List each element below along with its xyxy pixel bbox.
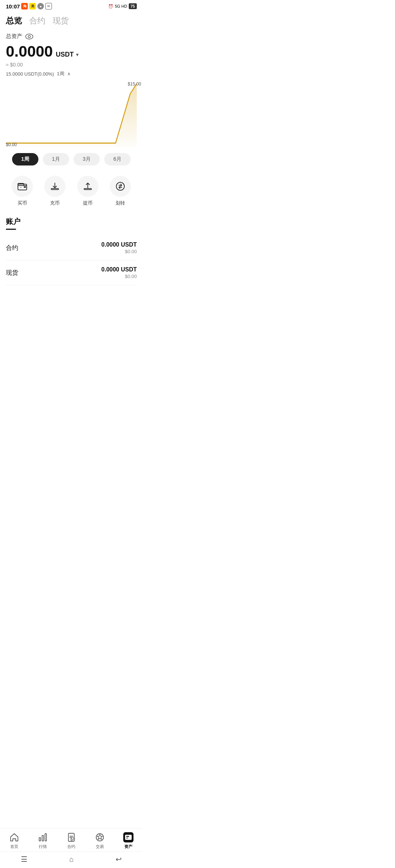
chart-high-label: $15.00 <box>128 81 141 87</box>
status-bar: 10:07 淘 美 ● ✉ ⏰ 5G HD 75 <box>0 0 143 11</box>
account-contract-usd: $0.00 <box>101 249 137 254</box>
total-assets-label: 总资产 <box>6 33 22 40</box>
battery-indicator: 75 <box>129 3 137 9</box>
chevron-up-icon[interactable]: ∧ <box>67 71 71 76</box>
action-buy[interactable]: 买币 <box>12 176 33 206</box>
action-buttons: 买币 充币 提币 <box>0 173 143 214</box>
account-title-underline <box>6 229 16 230</box>
clock-icon: ⏰ <box>108 4 113 9</box>
action-deposit[interactable]: 充币 <box>44 176 65 206</box>
period-change-value: 15.0000 USDT(0.00%) <box>6 71 54 77</box>
download-icon <box>44 176 65 197</box>
period-3month[interactable]: 3月 <box>74 153 100 165</box>
account-section: 账户 合约 0.0000 USDT $0.00 现货 0.0000 USDT $… <box>0 214 143 285</box>
period-6month[interactable]: 6月 <box>104 153 131 165</box>
svg-rect-7 <box>51 189 59 190</box>
period-change: 15.0000 USDT(0.00%) 1周 ∧ <box>6 71 137 77</box>
account-spot-right: 0.0000 USDT $0.00 <box>101 266 137 279</box>
upload-icon <box>77 176 98 197</box>
balance-unit: USDT ▼ <box>56 51 79 58</box>
portfolio-chart <box>6 81 137 147</box>
account-spot-usdt: 0.0000 USDT <box>101 266 137 273</box>
wechat-icon: ● <box>37 3 44 9</box>
period-1month[interactable]: 1月 <box>43 153 69 165</box>
account-contract-right: 0.0000 USDT $0.00 <box>101 241 137 254</box>
action-deposit-label: 充币 <box>50 200 60 206</box>
main-content: 总资产 0.0000 USDT ▼ ≈ $0.00 15.0000 USDT(0… <box>0 30 143 77</box>
chart-low-label: $0.00 <box>6 142 17 147</box>
wallet-icon <box>12 176 33 197</box>
chart-container: $15.00 $0.00 <box>0 81 143 147</box>
taobao-icon: 淘 <box>21 3 28 9</box>
account-title: 账户 <box>6 217 137 226</box>
signal-label: 5G HD <box>115 4 127 8</box>
eye-icon[interactable] <box>25 34 33 39</box>
period-1week[interactable]: 1周 <box>12 153 38 165</box>
tab-spot[interactable]: 现货 <box>53 15 69 27</box>
total-assets-section: 总资产 <box>6 33 137 40</box>
account-contract-label: 合约 <box>6 244 18 252</box>
mail-icon: ✉ <box>45 3 52 9</box>
status-left: 10:07 淘 美 ● ✉ <box>6 3 52 9</box>
action-withdraw-label: 提币 <box>83 200 93 206</box>
account-row-contract[interactable]: 合约 0.0000 USDT $0.00 <box>6 236 137 260</box>
action-withdraw[interactable]: 提币 <box>77 176 98 206</box>
account-row-spot[interactable]: 现货 0.0000 USDT $0.00 <box>6 260 137 285</box>
balance-usd: ≈ $0.00 <box>6 62 137 68</box>
balance-amount: 0.0000 <box>6 43 53 60</box>
svg-point-11 <box>116 182 124 190</box>
svg-rect-9 <box>84 189 91 190</box>
status-time: 10:07 <box>6 3 20 9</box>
period-selector: 1周 1月 3月 6月 <box>0 149 143 173</box>
action-transfer[interactable]: 划转 <box>110 176 131 206</box>
tab-overview[interactable]: 总览 <box>6 15 22 27</box>
status-right: ⏰ 5G HD 75 <box>108 3 137 9</box>
account-spot-usd: $0.00 <box>101 274 137 279</box>
action-transfer-label: 划转 <box>116 200 125 206</box>
svg-point-1 <box>28 35 30 38</box>
account-spot-label: 现货 <box>6 269 18 277</box>
meituan-icon: 美 <box>29 3 36 9</box>
tab-contract[interactable]: 合约 <box>29 15 45 27</box>
transfer-icon <box>110 176 131 197</box>
action-buy-label: 买币 <box>18 200 27 206</box>
svg-rect-5 <box>24 186 26 188</box>
svg-point-0 <box>26 34 33 39</box>
balance-row: 0.0000 USDT ▼ <box>6 43 137 60</box>
account-contract-usdt: 0.0000 USDT <box>101 241 137 248</box>
unit-dropdown-arrow[interactable]: ▼ <box>75 52 79 57</box>
nav-tabs: 总览 合约 现货 <box>0 11 143 30</box>
period-change-label: 1周 <box>57 71 64 77</box>
